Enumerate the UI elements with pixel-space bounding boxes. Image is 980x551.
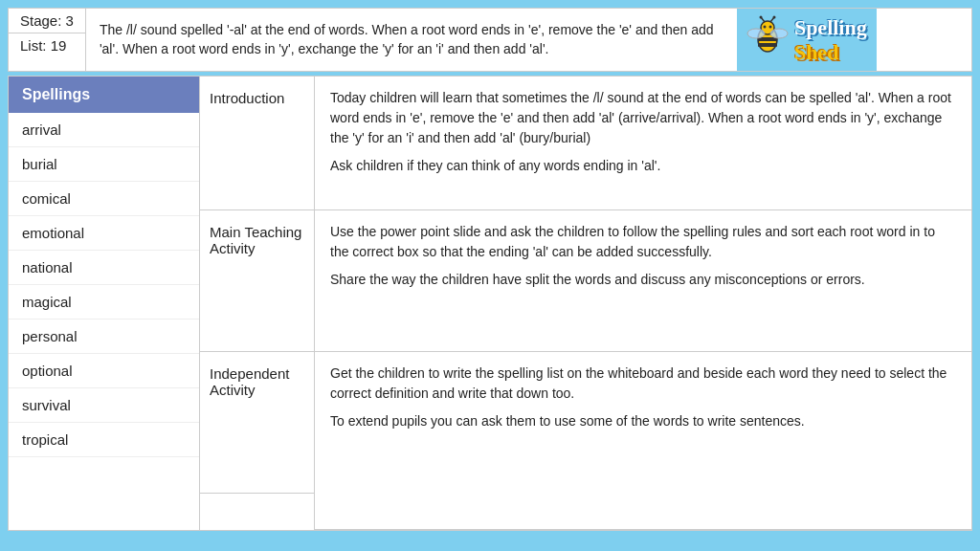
activity-type-main: Main Teaching Activity xyxy=(200,210,314,352)
list-item[interactable]: tropical xyxy=(9,423,199,457)
content-column: Today children will learn that sometimes… xyxy=(315,77,971,530)
list-label: List: 19 xyxy=(9,33,85,57)
list-item[interactable]: burial xyxy=(9,147,199,182)
intro-text-2: Ask children if they can think of any wo… xyxy=(330,156,956,176)
activity-type-independent: Independent Activity xyxy=(200,352,314,494)
logo-area: Spelling Shed xyxy=(737,9,877,71)
svg-point-9 xyxy=(772,16,775,19)
list-item[interactable]: comical xyxy=(9,182,199,216)
logo-text: Spelling Shed xyxy=(794,15,867,65)
bee-icon xyxy=(746,14,789,65)
svg-point-7 xyxy=(759,16,762,19)
list-item[interactable]: survival xyxy=(9,388,199,423)
header: Stage: 3 List: 19 The /l/ sound spelled … xyxy=(8,8,972,72)
main-text-2: Share the way the children have split th… xyxy=(330,270,956,290)
list-item[interactable]: magical xyxy=(9,285,199,320)
svg-point-10 xyxy=(747,29,765,38)
list-item[interactable]: arrival xyxy=(9,113,199,147)
content-main: Use the power point slide and ask the ch… xyxy=(315,210,971,352)
content-intro: Today children will learn that sometimes… xyxy=(315,77,971,210)
logo-shed: Shed xyxy=(794,40,867,65)
list-item[interactable]: national xyxy=(9,251,199,285)
independent-text-2: To extend pupils you can ask them to use… xyxy=(330,411,956,431)
intro-text-1: Today children will learn that sometimes… xyxy=(330,88,956,148)
svg-point-4 xyxy=(763,26,766,29)
header-left: Stage: 3 List: 19 xyxy=(9,9,86,71)
activity-type-column: Introduction Main Teaching Activity Inde… xyxy=(200,77,315,530)
sidebar-header[interactable]: Spellings xyxy=(9,77,199,113)
content-independent: Get the children to write the spelling l… xyxy=(315,352,971,530)
logo-spelling: Spelling xyxy=(794,15,867,40)
content-area: Spellings arrival burial comical emotion… xyxy=(8,76,972,531)
svg-rect-2 xyxy=(758,43,777,47)
main-container: Stage: 3 List: 19 The /l/ sound spelled … xyxy=(0,8,980,551)
list-item[interactable]: emotional xyxy=(9,216,199,251)
svg-point-5 xyxy=(768,26,771,29)
header-description: The /l/ sound spelled '-al' at the end o… xyxy=(86,9,737,71)
list-item[interactable]: personal xyxy=(9,320,199,354)
activity-type-intro: Introduction xyxy=(200,77,314,210)
list-item[interactable]: optional xyxy=(9,354,199,388)
main-text-1: Use the power point slide and ask the ch… xyxy=(330,222,956,262)
sidebar: Spellings arrival burial comical emotion… xyxy=(9,77,200,530)
stage-label: Stage: 3 xyxy=(9,9,85,33)
independent-text-1: Get the children to write the spelling l… xyxy=(330,364,956,404)
svg-point-11 xyxy=(770,29,788,38)
activities-table: Introduction Main Teaching Activity Inde… xyxy=(200,77,971,530)
